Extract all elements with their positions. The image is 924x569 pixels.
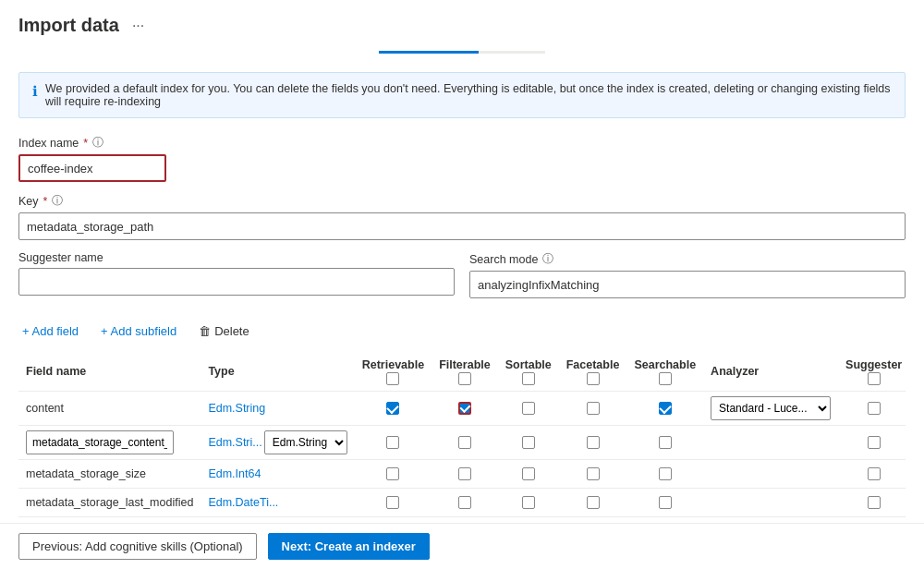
field-name-cell: metadata_storage_size	[18, 459, 201, 488]
table-row: Edm.Stri... Edm.String	[18, 425, 906, 459]
filterable-header-checkbox[interactable]	[458, 372, 471, 385]
field-name-cell	[18, 425, 201, 459]
suggester-name-input[interactable]	[18, 268, 455, 296]
sortable-checkbox[interactable]	[522, 436, 535, 449]
searchable-checkbox[interactable]	[659, 496, 672, 509]
col-header-type: Type	[201, 353, 354, 391]
type-cell: Edm.Stri... Edm.String	[201, 425, 354, 459]
delete-icon: 🗑	[199, 324, 211, 338]
key-input[interactable]	[18, 212, 906, 240]
filterable-checkbox[interactable]	[458, 496, 471, 509]
suggester-name-label: Suggester name	[18, 251, 455, 264]
filterable-checkbox[interactable]	[458, 436, 471, 449]
retrievable-cell	[355, 391, 432, 425]
info-banner-text: We provided a default index for you. You…	[45, 82, 892, 108]
search-mode-label: Search mode ⓘ	[469, 251, 906, 267]
filterable-checkbox[interactable]	[458, 402, 471, 415]
facetable-checkbox[interactable]	[587, 496, 600, 509]
facetable-cell	[559, 391, 627, 425]
type-cell: Edm.Int64	[201, 459, 354, 488]
field-name-input[interactable]	[26, 430, 174, 454]
retrievable-checkbox[interactable]	[386, 467, 399, 480]
index-name-input[interactable]	[18, 154, 166, 182]
sortable-header-checkbox[interactable]	[522, 372, 535, 385]
searchable-cell	[626, 425, 703, 459]
key-label: Key * ⓘ	[18, 193, 906, 209]
page-title: Import data	[18, 15, 119, 36]
sortable-checkbox[interactable]	[522, 402, 535, 415]
retrievable-checkbox[interactable]	[386, 402, 399, 415]
info-banner: ℹ We provided a default index for you. Y…	[18, 72, 906, 118]
sortable-cell	[498, 391, 559, 425]
add-field-button[interactable]: + Add field	[18, 322, 82, 340]
field-name-cell: content	[18, 391, 201, 425]
searchable-checkbox[interactable]	[659, 467, 672, 480]
field-name-cell: metadata_storage_last_modified	[18, 488, 201, 516]
suggester-cell	[838, 425, 906, 459]
sortable-checkbox[interactable]	[522, 467, 535, 480]
searchable-checkbox[interactable]	[659, 436, 672, 449]
type-cell: Edm.String	[201, 391, 354, 425]
facetable-checkbox[interactable]	[587, 436, 600, 449]
progress-bar	[379, 51, 545, 54]
suggester-checkbox[interactable]	[868, 436, 881, 449]
key-required: *	[43, 195, 48, 208]
sortable-checkbox[interactable]	[522, 496, 535, 509]
table-row: content Edm.String	[18, 391, 906, 425]
filterable-cell	[432, 391, 498, 425]
facetable-checkbox[interactable]	[587, 467, 600, 480]
suggester-checkbox[interactable]	[868, 467, 881, 480]
col-header-filterable: Filterable	[432, 353, 498, 391]
col-header-field-name: Field name	[18, 353, 201, 391]
analyzer-cell	[703, 425, 838, 459]
progress-bar-fill	[379, 51, 479, 54]
search-mode-info-icon[interactable]: ⓘ	[542, 251, 553, 267]
col-header-suggester: Suggester	[838, 353, 906, 391]
sortable-cell	[498, 425, 559, 459]
next-button[interactable]: Next: Create an indexer	[268, 533, 430, 560]
searchable-checkbox[interactable]	[659, 402, 672, 415]
analyzer-cell: Standard - Luce...	[703, 391, 838, 425]
col-header-sortable: Sortable	[498, 353, 559, 391]
index-name-info-icon[interactable]: ⓘ	[92, 135, 103, 151]
suggester-cell	[838, 391, 906, 425]
filterable-cell	[432, 425, 498, 459]
searchable-cell	[626, 391, 703, 425]
type-select[interactable]: Edm.String	[264, 430, 347, 454]
delete-button[interactable]: 🗑 Delete	[195, 322, 253, 340]
prev-button[interactable]: Previous: Add cognitive skills (Optional…	[18, 533, 257, 560]
retrievable-checkbox[interactable]	[386, 436, 399, 449]
retrievable-checkbox[interactable]	[386, 496, 399, 509]
searchable-header-checkbox[interactable]	[659, 372, 672, 385]
table-row: metadata_storage_last_modified Edm.DateT…	[18, 488, 906, 516]
suggester-header-checkbox[interactable]	[868, 372, 881, 385]
add-subfield-button[interactable]: + Add subfield	[97, 322, 180, 340]
footer: Previous: Add cognitive skills (Optional…	[0, 523, 924, 569]
ellipsis-menu-button[interactable]: ···	[128, 16, 148, 36]
col-header-facetable: Facetable	[559, 353, 627, 391]
col-header-searchable: Searchable	[626, 353, 703, 391]
index-name-label: Index name * ⓘ	[18, 135, 906, 151]
col-header-analyzer: Analyzer	[703, 353, 838, 391]
col-header-retrievable: Retrievable	[355, 353, 432, 391]
facetable-cell	[559, 425, 627, 459]
filterable-checkbox[interactable]	[458, 467, 471, 480]
retrievable-header-checkbox[interactable]	[386, 372, 399, 385]
type-cell: Edm.DateTi...	[201, 488, 354, 516]
suggester-checkbox[interactable]	[868, 496, 881, 509]
retrievable-cell	[355, 425, 432, 459]
facetable-header-checkbox[interactable]	[587, 372, 600, 385]
info-icon: ℹ	[32, 83, 38, 100]
key-info-icon[interactable]: ⓘ	[52, 193, 63, 209]
facetable-checkbox[interactable]	[587, 402, 600, 415]
progress-bar-container	[18, 51, 906, 54]
index-name-required: *	[83, 137, 88, 150]
toolbar: + Add field + Add subfield 🗑 Delete	[18, 322, 906, 340]
search-mode-input[interactable]	[469, 271, 906, 298]
table-row: metadata_storage_size Edm.Int64 ···	[18, 459, 906, 488]
suggester-checkbox[interactable]	[868, 402, 881, 415]
analyzer-select[interactable]: Standard - Luce...	[711, 396, 831, 420]
